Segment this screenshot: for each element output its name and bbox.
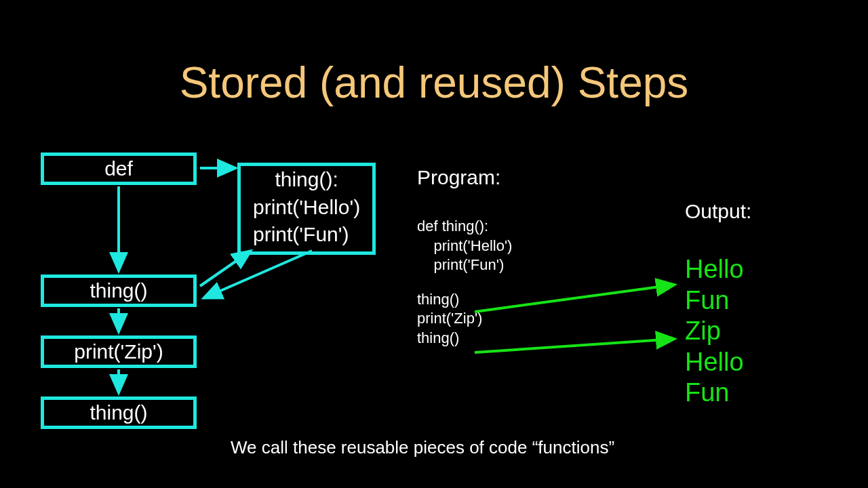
output-line-2: Fun <box>685 285 744 317</box>
program-code: def thing(): print('Hello') print('Fun')… <box>417 217 512 348</box>
program-line-2: print('Hello') <box>417 237 512 256</box>
output-line-3: Zip <box>685 316 744 347</box>
flow-box-print-zip: print('Zip') <box>41 336 197 368</box>
funcdef-line-1: thing(): <box>253 166 360 194</box>
program-line-3: print('Fun') <box>417 256 512 275</box>
funcdef-line-2: print('Hello') <box>253 194 360 222</box>
flow-box-thing-call-1: thing() <box>41 274 197 307</box>
footer-caption: We call these reusable pieces of code “f… <box>231 437 614 458</box>
output-line-5: Fun <box>685 378 744 409</box>
program-label: Program: <box>417 166 500 189</box>
program-line-5: thing() <box>417 290 512 310</box>
flow-box-def: def <box>41 152 197 185</box>
output-line-1: Hello <box>685 254 744 285</box>
arrow-thing1-to-codeblock <box>200 251 251 286</box>
function-definition-block: thing(): print('Hello') print('Fun') <box>237 163 376 255</box>
flow-box-thing-call-2: thing() <box>41 396 197 429</box>
output-label: Output: <box>685 200 751 223</box>
arrow-codeblock-to-thing1 <box>203 251 312 298</box>
program-line-6: print('Zip') <box>417 309 512 329</box>
output-line-4: Hello <box>685 347 744 378</box>
program-line-4 <box>417 275 512 290</box>
funcdef-line-3: print('Fun') <box>253 221 360 249</box>
program-line-7: thing() <box>417 329 512 348</box>
output-text: Hello Fun Zip Hello Fun <box>685 254 744 409</box>
slide-title: Stored (and reused) Steps <box>0 58 868 108</box>
program-line-1: def thing(): <box>417 217 512 237</box>
